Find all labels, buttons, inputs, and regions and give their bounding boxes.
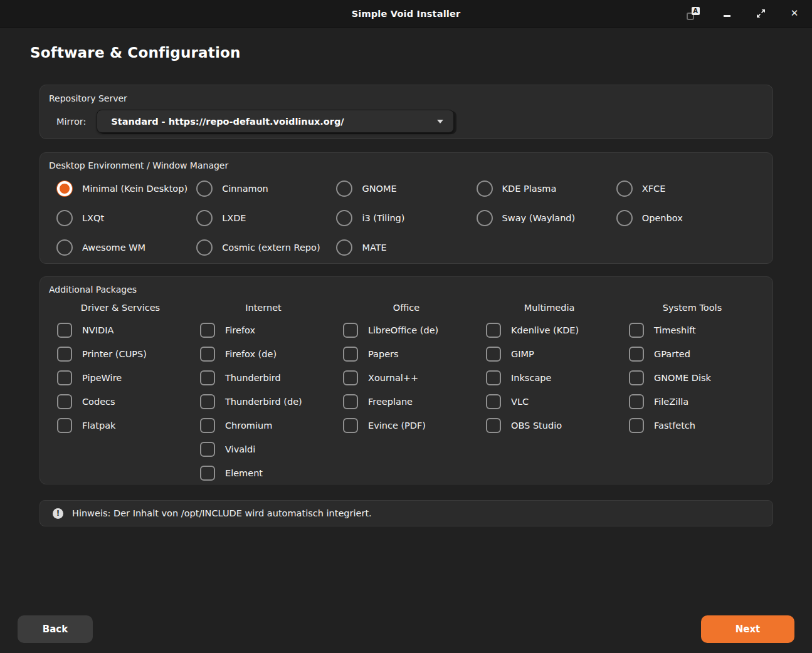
checkbox-option-timeshift[interactable]: Timeshift <box>621 318 764 342</box>
radio-option-gnome[interactable]: GNOME <box>336 179 476 197</box>
checkbox-option-flatpak[interactable]: Flatpak <box>49 414 192 437</box>
radio-option-sway-wayland[interactable]: Sway (Wayland) <box>477 209 616 227</box>
radio-selected-icon[interactable] <box>56 180 73 197</box>
radio-unselected-icon[interactable] <box>336 180 352 197</box>
checkbox-option-thunderbird[interactable]: Thunderbird <box>192 366 335 390</box>
back-button[interactable]: Back <box>18 615 93 643</box>
checkbox-option-vlc[interactable]: VLC <box>478 390 621 414</box>
checkbox-option-element[interactable]: Element <box>192 461 335 485</box>
checkbox-option-libreoffice-de[interactable]: LibreOffice (de) <box>335 318 478 342</box>
checkbox-unchecked-icon[interactable] <box>486 418 501 433</box>
checkbox-option-papers[interactable]: Papers <box>335 342 478 366</box>
checkbox-unchecked-icon[interactable] <box>200 418 215 433</box>
keyboard-layout-indicator[interactable]: A <box>682 3 704 25</box>
checkbox-unchecked-icon[interactable] <box>629 418 644 433</box>
package-column-header: Multimedia <box>478 297 621 318</box>
checkbox-unchecked-icon[interactable] <box>57 347 72 362</box>
checkbox-option-inkscape[interactable]: Inkscape <box>478 366 621 390</box>
radio-option-kde-plasma[interactable]: KDE Plasma <box>477 179 616 197</box>
checkbox-label: Codecs <box>82 397 115 407</box>
checkbox-label: Flatpak <box>82 421 115 431</box>
checkbox-unchecked-icon[interactable] <box>343 418 358 433</box>
radio-option-lxde[interactable]: LXDE <box>196 209 336 227</box>
checkbox-option-pipewire[interactable]: PipeWire <box>49 366 192 390</box>
checkbox-option-filezilla[interactable]: FileZilla <box>621 390 764 414</box>
radio-unselected-icon[interactable] <box>477 180 493 197</box>
checkbox-option-nvidia[interactable]: NVIDIA <box>49 318 192 342</box>
checkbox-option-kdenlive-kde[interactable]: Kdenlive (KDE) <box>478 318 621 342</box>
checkbox-option-vivaldi[interactable]: Vivaldi <box>192 437 335 461</box>
packages-panel: Additional Packages Driver & ServicesNVI… <box>40 276 773 484</box>
checkbox-unchecked-icon[interactable] <box>200 442 215 457</box>
checkbox-unchecked-icon[interactable] <box>200 394 215 409</box>
checkbox-option-chromium[interactable]: Chromium <box>192 414 335 437</box>
radio-unselected-icon[interactable] <box>336 239 352 256</box>
radio-unselected-icon[interactable] <box>616 180 633 197</box>
checkbox-unchecked-icon[interactable] <box>200 370 215 385</box>
checkbox-unchecked-icon[interactable] <box>343 394 358 409</box>
minimize-button[interactable] <box>715 3 738 25</box>
radio-unselected-icon[interactable] <box>196 210 213 226</box>
checkbox-unchecked-icon[interactable] <box>629 370 644 385</box>
mirror-row: Mirror: Standard - https://repo-default.… <box>49 110 764 133</box>
radio-unselected-icon[interactable] <box>616 210 633 226</box>
checkbox-unchecked-icon[interactable] <box>486 394 501 409</box>
radio-unselected-icon[interactable] <box>477 210 493 226</box>
checkbox-unchecked-icon[interactable] <box>486 347 501 362</box>
radio-unselected-icon[interactable] <box>56 210 73 226</box>
radio-unselected-icon[interactable] <box>196 180 213 197</box>
checkbox-unchecked-icon[interactable] <box>57 418 72 433</box>
radio-unselected-icon[interactable] <box>336 210 352 226</box>
checkbox-option-codecs[interactable]: Codecs <box>49 390 192 414</box>
checkbox-unchecked-icon[interactable] <box>57 394 72 409</box>
radio-option-i3-tiling[interactable]: i3 (Tiling) <box>336 209 476 227</box>
radio-label: Openbox <box>642 213 683 223</box>
maximize-button[interactable] <box>749 3 772 25</box>
desktop-panel: Desktop Environment / Window Manager Min… <box>40 152 773 264</box>
radio-option-minimal-kein-desktop[interactable]: Minimal (Kein Desktop) <box>56 179 196 197</box>
radio-label: Cinnamon <box>222 184 268 194</box>
checkbox-unchecked-icon[interactable] <box>629 394 644 409</box>
checkbox-unchecked-icon[interactable] <box>486 323 501 338</box>
checkbox-label: PipeWire <box>82 373 122 383</box>
radio-unselected-icon[interactable] <box>56 239 73 256</box>
checkbox-label: FileZilla <box>654 397 688 407</box>
checkbox-option-gimp[interactable]: GIMP <box>478 342 621 366</box>
checkbox-option-evince-pdf[interactable]: Evince (PDF) <box>335 414 478 437</box>
radio-option-cosmic-extern-repo[interactable]: Cosmic (extern Repo) <box>196 238 336 256</box>
radio-unselected-icon[interactable] <box>196 239 213 256</box>
checkbox-unchecked-icon[interactable] <box>343 347 358 362</box>
checkbox-option-gnome-disk[interactable]: GNOME Disk <box>621 366 764 390</box>
checkbox-unchecked-icon[interactable] <box>343 370 358 385</box>
mirror-select[interactable]: Standard - https://repo-default.voidlinu… <box>97 110 454 133</box>
checkbox-unchecked-icon[interactable] <box>57 323 72 338</box>
checkbox-unchecked-icon[interactable] <box>343 323 358 338</box>
checkbox-option-gparted[interactable]: GParted <box>621 342 764 366</box>
window-controls: A ✕ <box>670 0 806 27</box>
checkbox-unchecked-icon[interactable] <box>200 323 215 338</box>
radio-option-lxqt[interactable]: LXQt <box>56 209 196 227</box>
radio-option-xfce[interactable]: XFCE <box>616 179 756 197</box>
checkbox-unchecked-icon[interactable] <box>486 370 501 385</box>
checkbox-unchecked-icon[interactable] <box>200 466 215 481</box>
checkbox-option-xournal[interactable]: Xournal++ <box>335 366 478 390</box>
checkbox-option-firefox-de[interactable]: Firefox (de) <box>192 342 335 366</box>
radio-option-mate[interactable]: MATE <box>336 238 476 256</box>
main-content: Repository Server Mirror: Standard - htt… <box>0 85 812 526</box>
checkbox-option-printer-cups[interactable]: Printer (CUPS) <box>49 342 192 366</box>
checkbox-option-obs-studio[interactable]: OBS Studio <box>478 414 621 437</box>
close-button[interactable]: ✕ <box>783 3 806 25</box>
checkbox-option-freeplane[interactable]: Freeplane <box>335 390 478 414</box>
radio-option-cinnamon[interactable]: Cinnamon <box>196 179 336 197</box>
radio-option-openbox[interactable]: Openbox <box>616 209 756 227</box>
checkbox-unchecked-icon[interactable] <box>57 370 72 385</box>
checkbox-option-firefox[interactable]: Firefox <box>192 318 335 342</box>
checkbox-option-fastfetch[interactable]: Fastfetch <box>621 414 764 437</box>
checkbox-option-thunderbird-de[interactable]: Thunderbird (de) <box>192 390 335 414</box>
checkbox-label: Freeplane <box>368 397 413 407</box>
checkbox-unchecked-icon[interactable] <box>629 323 644 338</box>
checkbox-unchecked-icon[interactable] <box>200 347 215 362</box>
next-button[interactable]: Next <box>701 615 794 643</box>
radio-option-awesome-wm[interactable]: Awesome WM <box>56 238 196 256</box>
checkbox-unchecked-icon[interactable] <box>629 347 644 362</box>
